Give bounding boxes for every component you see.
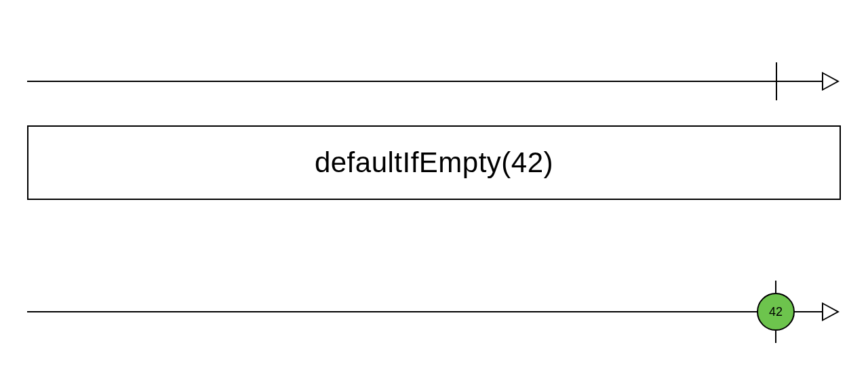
- operator-box: defaultIfEmpty(42): [27, 125, 841, 200]
- operator-label: defaultIfEmpty(42): [315, 146, 553, 179]
- arrow-right-icon: [822, 302, 840, 321]
- output-timeline: 42: [27, 291, 841, 332]
- timeline-line: [27, 81, 824, 82]
- timeline-line: [27, 311, 824, 312]
- completion-marker: [776, 62, 777, 100]
- marble-event: 42: [757, 293, 795, 331]
- input-timeline: [27, 61, 841, 102]
- marble-tick: [775, 281, 776, 293]
- arrow-right-icon: [822, 72, 840, 91]
- marble-diagram: defaultIfEmpty(42) 42: [0, 0, 868, 366]
- marble-value: 42: [769, 305, 783, 319]
- marble-tick: [775, 331, 776, 343]
